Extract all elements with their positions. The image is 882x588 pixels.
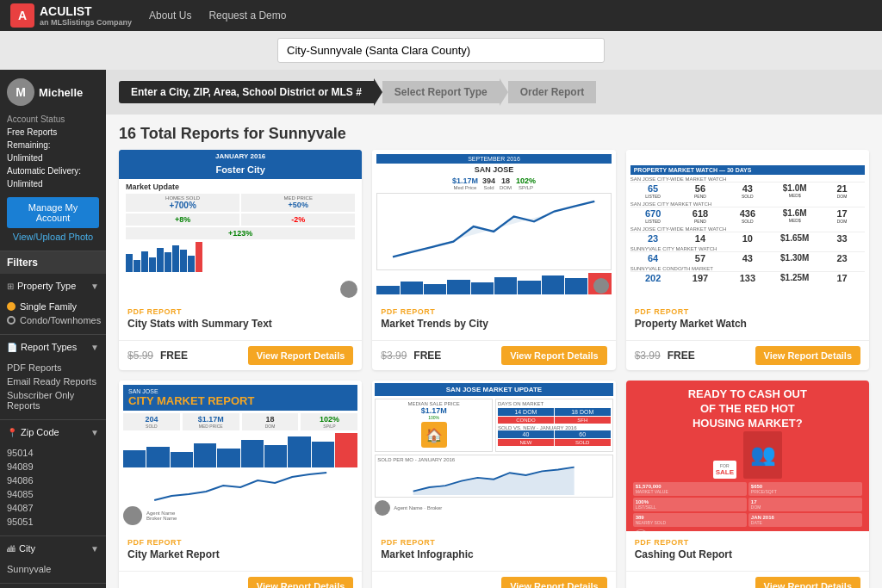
user-name: Michelle xyxy=(39,86,83,99)
city-icon: 🏙 xyxy=(7,544,16,554)
account-status-label: Account Status xyxy=(7,113,99,126)
report-card-3: PROPERTY MARKET WATCH — 30 DAYS SAN JOSE… xyxy=(626,150,869,370)
filter-zip-94087[interactable]: 94087 xyxy=(7,501,99,515)
logo: A ACULIST an MLSlistings Company xyxy=(10,3,132,28)
radio-single-family xyxy=(7,302,16,311)
report-info-2: PDF REPORT Market Trends by City xyxy=(372,300,615,340)
report-types-label: Report Types xyxy=(21,342,77,352)
about-link[interactable]: About Us xyxy=(149,9,191,22)
city-label: City xyxy=(19,543,35,554)
report-price-row-6: View Report Details xyxy=(626,571,869,588)
report-thumb-3: PROPERTY MARKET WATCH — 30 DAYS SAN JOSE… xyxy=(626,150,869,300)
filter-zip-94086[interactable]: 94086 xyxy=(7,473,99,487)
price-free-3: FREE xyxy=(668,350,695,362)
report-type-label-2: PDF REPORT xyxy=(381,307,606,316)
zip-code-options: 95014 94089 94086 94085 94087 95051 xyxy=(0,444,106,535)
property-type-toggle[interactable]: ⊞ Property Type ▼ xyxy=(0,274,106,298)
report-price-row-2: $3.99 FREE View Report Details xyxy=(372,340,615,370)
report-types-toggle[interactable]: 📄 Report Types ▼ xyxy=(0,335,106,359)
zip-code-label: Zip Code xyxy=(21,427,59,437)
price-old-1: $5.99 xyxy=(127,350,153,362)
report-price-row-5: View Report Details xyxy=(372,571,615,588)
logo-text: ACULIST xyxy=(40,4,92,18)
report-name-6: Cashing Out Report xyxy=(635,548,860,560)
property-type-icon: ⊞ xyxy=(7,282,14,291)
report-name-2: Market Trends by City xyxy=(381,318,606,330)
step-arrow-2 xyxy=(500,78,508,106)
avatar: M xyxy=(7,78,34,106)
step-arrow-1 xyxy=(374,78,382,106)
report-price-row-4: View Report Details xyxy=(119,571,362,588)
report-thumb-6: READY TO CASH OUTOF THE RED HOTHOUSING M… xyxy=(626,381,869,531)
report-thumb-5: SAN JOSE MARKET UPDATE MEDIAN SALE PRICE… xyxy=(372,381,615,531)
report-card-6: READY TO CASH OUTOF THE RED HOTHOUSING M… xyxy=(626,381,869,588)
step-1[interactable]: Enter a City, ZIP, Area, School District… xyxy=(119,81,374,103)
report-info-5: PDF REPORT Market Infographic xyxy=(372,531,615,571)
reports-grid: JANUARY 2016 Foster City Market Update H… xyxy=(106,150,882,588)
search-bar xyxy=(0,31,882,70)
view-details-btn-1[interactable]: View Report Details xyxy=(248,346,354,365)
report-thumb-4: SAN JOSE CITY MARKET REPORT 204 SOLD $1.… xyxy=(119,381,362,531)
view-details-btn-5[interactable]: View Report Details xyxy=(501,577,607,588)
step-2[interactable]: Select Report Type xyxy=(382,81,500,103)
report-types-chevron: ▼ xyxy=(90,343,99,352)
filter-pdf-reports[interactable]: PDF Reports xyxy=(7,361,99,374)
price-info-3: $3.99 FREE xyxy=(635,350,695,362)
filter-subscriber-reports[interactable]: Subscriber Only Reports xyxy=(7,388,99,412)
results-heading: 16 Total Reports for Sunnyvale xyxy=(106,115,882,150)
filter-single-family[interactable]: Single Family xyxy=(7,300,99,313)
zip-code-icon: 📍 xyxy=(7,428,17,437)
view-details-btn-6[interactable]: View Report Details xyxy=(755,577,861,588)
report-type-label-6: PDF REPORT xyxy=(635,538,860,547)
report-card-4: SAN JOSE CITY MARKET REPORT 204 SOLD $1.… xyxy=(119,381,362,588)
price-old-3: $3.99 xyxy=(635,350,661,362)
city-toggle[interactable]: 🏙 City ▼ xyxy=(0,536,106,560)
view-details-btn-4[interactable]: View Report Details xyxy=(248,577,354,588)
report-type-label-4: PDF REPORT xyxy=(127,538,353,547)
step-3[interactable]: Order Report xyxy=(508,81,597,103)
zip-code-filter: 📍 Zip Code ▼ 95014 94089 94086 94085 940… xyxy=(0,420,106,536)
report-types-icon: 📄 xyxy=(7,343,17,352)
report-card-5: SAN JOSE MARKET UPDATE MEDIAN SALE PRICE… xyxy=(372,381,615,588)
account-status: Account Status Free Reports Remaining: U… xyxy=(7,113,99,190)
zip-code-toggle[interactable]: 📍 Zip Code ▼ xyxy=(0,420,106,444)
main-layout: M Michelle Account Status Free Reports R… xyxy=(0,70,882,588)
filter-zip-94085[interactable]: 94085 xyxy=(7,487,99,501)
report-card-2: SEPTEMBER 2016 SAN JOSE $1.17M Med Price… xyxy=(372,150,615,370)
filter-zip-94089[interactable]: 94089 xyxy=(7,460,99,473)
property-type-options: Single Family Condo/Townhomes xyxy=(0,298,106,334)
filter-condo-townhomes[interactable]: Condo/Townhomes xyxy=(7,313,99,327)
filter-zip-95051[interactable]: 95051 xyxy=(7,515,99,529)
filter-city-sunnyvale[interactable]: Sunnyvale xyxy=(7,562,99,576)
search-input[interactable] xyxy=(277,38,605,63)
filter-zip-95014[interactable]: 95014 xyxy=(7,446,99,460)
price-free-1: FREE xyxy=(160,350,188,362)
price-info-1: $5.99 FREE xyxy=(127,350,188,362)
report-info-6: PDF REPORT Cashing Out Report xyxy=(626,531,869,571)
area-toggle[interactable]: 🗺 Area ▼ xyxy=(0,584,106,588)
free-reports-label: Free Reports Remaining: xyxy=(7,126,99,152)
property-type-filter: ⊞ Property Type ▼ Single Family Condo/To… xyxy=(0,274,106,335)
report-name-5: Market Infographic xyxy=(381,548,606,560)
area-filter: 🗺 Area ▼ Sunnyvale Central San Jose Cupe… xyxy=(0,584,106,588)
top-navigation: A ACULIST an MLSlistings Company About U… xyxy=(0,0,882,31)
manage-account-button[interactable]: Manage My Account xyxy=(7,197,99,228)
view-details-btn-3[interactable]: View Report Details xyxy=(755,346,861,365)
logo-subtext: an MLSlistings Company xyxy=(40,18,132,27)
demo-link[interactable]: Request a Demo xyxy=(208,9,286,22)
report-name-3: Property Market Watch xyxy=(635,318,860,330)
logo-icon: A xyxy=(10,3,34,28)
sidebar: M Michelle Account Status Free Reports R… xyxy=(0,70,106,588)
upload-photo-link[interactable]: View/Upload Photo xyxy=(7,232,99,242)
report-types-filter: 📄 Report Types ▼ PDF Reports Email Ready… xyxy=(0,335,106,420)
price-info-2: $3.99 FREE xyxy=(381,350,441,362)
report-thumb-1: JANUARY 2016 Foster City Market Update H… xyxy=(119,150,362,300)
steps-bar: Enter a City, ZIP, Area, School District… xyxy=(106,70,882,115)
property-type-chevron: ▼ xyxy=(90,282,99,291)
report-name-1: City Stats with Summary Text xyxy=(127,318,353,330)
zip-code-chevron: ▼ xyxy=(90,428,99,437)
user-section: M Michelle Account Status Free Reports R… xyxy=(0,70,106,251)
report-info-1: PDF REPORT City Stats with Summary Text xyxy=(119,300,362,340)
filter-email-reports[interactable]: Email Ready Reports xyxy=(7,374,99,388)
view-details-btn-2[interactable]: View Report Details xyxy=(501,346,607,365)
